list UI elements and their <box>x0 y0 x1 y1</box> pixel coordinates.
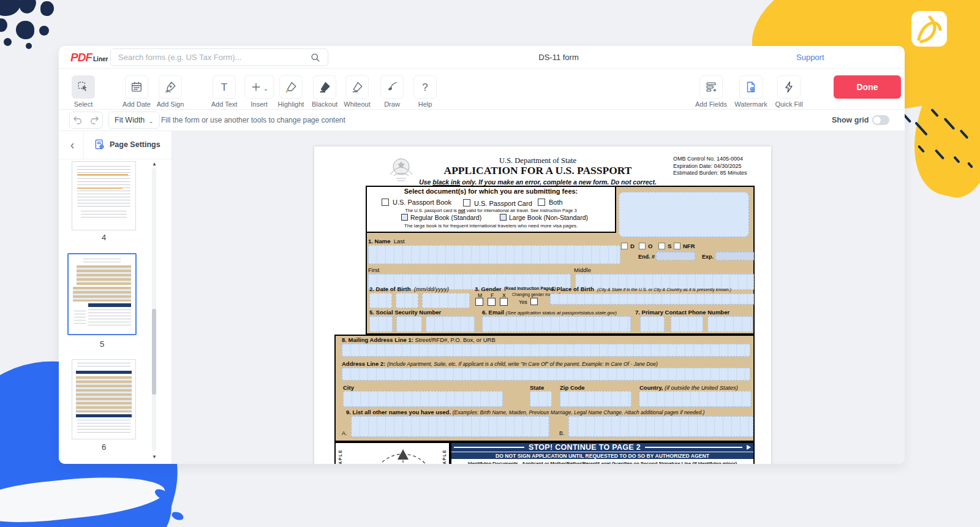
s4-label: 4. Place of Birth (City & State if in th… <box>550 286 731 292</box>
highlight-button[interactable]: Highlight <box>279 75 303 99</box>
s5-label: 5. Social Security Number <box>369 309 441 316</box>
dob-year-field[interactable] <box>422 293 470 308</box>
passport-card-checkbox[interactable] <box>463 199 470 207</box>
page-number: 5 <box>70 339 134 349</box>
whiteout-button[interactable]: Whiteout <box>345 75 369 99</box>
search-icon[interactable] <box>309 51 322 64</box>
first-label: First <box>368 267 379 273</box>
state-field[interactable] <box>530 391 552 407</box>
large-book-note: The large book is for frequent internati… <box>372 223 609 229</box>
end-label: End. # <box>638 254 655 260</box>
s3-note: (Read Instruction Page 1) <box>504 286 556 290</box>
thumb-form-rows <box>77 265 131 285</box>
redo-button[interactable] <box>86 112 103 129</box>
help-button[interactable]: ? Help <box>413 75 437 99</box>
show-grid-toggle[interactable] <box>872 115 889 125</box>
place-of-birth-field[interactable] <box>550 294 754 305</box>
s7-label: 7. Primary Contact Phone Number <box>635 309 729 316</box>
scrollbar-thumb[interactable] <box>152 309 156 395</box>
zip-field[interactable] <box>560 391 631 407</box>
gender-m-checkbox[interactable] <box>475 298 483 306</box>
thumb-text-lines <box>77 166 130 207</box>
signature-pen-icon <box>159 75 182 99</box>
support-link[interactable]: Support <box>796 53 824 62</box>
regular-book-checkbox[interactable] <box>401 214 408 221</box>
nfr-checkbox[interactable] <box>674 243 680 249</box>
s-checkbox[interactable] <box>658 243 665 249</box>
search-input[interactable] <box>111 49 328 66</box>
add-sign-button[interactable]: Add Sign <box>159 75 182 99</box>
select-icon <box>72 75 95 99</box>
last-name-field[interactable] <box>368 245 620 264</box>
undo-icon <box>72 115 83 126</box>
decor-dot <box>4 38 12 46</box>
fields-list-icon <box>699 75 723 99</box>
page-thumbnail-4[interactable] <box>72 161 136 230</box>
scroll-down-arrow[interactable]: ▼ <box>150 454 159 460</box>
add-fields-button[interactable]: Add Fields <box>699 75 723 99</box>
blackout-button[interactable]: Blackout <box>313 75 336 99</box>
quick-fill-button[interactable]: Quick Fill <box>777 75 801 99</box>
banner-dash-left <box>454 447 524 448</box>
d-checkbox[interactable] <box>621 243 628 249</box>
select-button[interactable]: Select <box>72 75 95 99</box>
gender-f-checkbox[interactable] <box>488 298 496 306</box>
stop-banner-line2: DO NOT SIGN APPLICATION UNTIL REQUESTED … <box>451 452 753 459</box>
add-date-button[interactable]: Add Date <box>125 75 148 99</box>
other-name-a-field[interactable] <box>351 416 549 437</box>
passport-card-label: U.S. Passport Card <box>474 200 532 207</box>
dob-day-field[interactable] <box>396 293 418 308</box>
both-checkbox[interactable] <box>538 199 545 206</box>
omb-burden: Estimated Burden: 85 Minutes <box>673 170 762 177</box>
address-line2-field[interactable] <box>342 368 750 381</box>
gender-x-checkbox[interactable] <box>500 298 508 306</box>
phone-field-1[interactable] <box>640 316 665 332</box>
watermark-button[interactable]: Watermark <box>739 75 763 99</box>
dob-month-field[interactable] <box>369 293 392 308</box>
zip-label: Zip Code <box>560 384 585 391</box>
email-field[interactable] <box>482 316 631 332</box>
scroll-up-arrow[interactable]: ▲ <box>150 161 159 167</box>
page-thumbnail-5-selected[interactable] <box>67 253 137 335</box>
blackout-marker-icon <box>313 75 336 99</box>
other-name-b-field[interactable] <box>568 416 753 437</box>
stop-banner-line1: STOP! CONTINUE TO PAGE 2 <box>451 443 753 452</box>
collapse-sidebar-button[interactable]: ‹ <box>64 137 81 154</box>
country-label: Country, (if outside the United States) <box>639 384 738 391</box>
phone-field-3[interactable] <box>707 316 753 332</box>
zoom-mode-value: Fit Width <box>115 116 145 124</box>
city-label: City <box>343 384 354 391</box>
s1-label: 1. Name Last <box>368 238 405 245</box>
question-icon: ? <box>413 75 437 99</box>
city-field[interactable] <box>343 391 503 407</box>
thumb-text-lines <box>81 211 126 219</box>
insert-button[interactable]: ⌄ Insert <box>244 75 274 99</box>
toolbar-hint: Fill the form or use another tools to ch… <box>161 110 345 131</box>
page-thumbnail-6[interactable] <box>72 359 136 439</box>
o-checkbox[interactable] <box>639 243 646 249</box>
end-number-field[interactable] <box>656 252 695 260</box>
passport-book-checkbox[interactable] <box>382 199 389 206</box>
address-line1-field[interactable] <box>342 344 750 357</box>
large-book-checkbox[interactable] <box>500 214 507 221</box>
add-text-button[interactable]: T Add Text <box>213 75 236 99</box>
page-settings-button[interactable]: Page Settings <box>94 138 160 151</box>
form-omb-block: OMB Control No. 1405-0004 Expiration Dat… <box>673 156 762 177</box>
undo-button[interactable] <box>69 112 86 129</box>
calendar-icon <box>125 75 148 99</box>
exp-field[interactable] <box>715 252 754 260</box>
phone-field-2[interactable] <box>671 316 703 332</box>
ssn-field-1[interactable] <box>369 316 393 332</box>
ssn-field-2[interactable] <box>396 316 422 332</box>
pdfliner-logo[interactable]: PDF Liner <box>70 51 108 64</box>
ssn-field-3[interactable] <box>426 316 475 332</box>
yes-label: Yes <box>519 299 527 305</box>
draw-button[interactable]: Draw <box>380 75 404 99</box>
state-label: State <box>530 384 544 391</box>
gender-yes-checkbox[interactable] <box>530 298 538 305</box>
done-button[interactable]: Done <box>834 75 901 99</box>
country-field[interactable] <box>639 391 752 407</box>
both-label: Both <box>549 199 563 206</box>
photo-field[interactable] <box>619 192 749 237</box>
zoom-mode-dropdown[interactable]: Fit Width ⌄ <box>108 112 160 129</box>
